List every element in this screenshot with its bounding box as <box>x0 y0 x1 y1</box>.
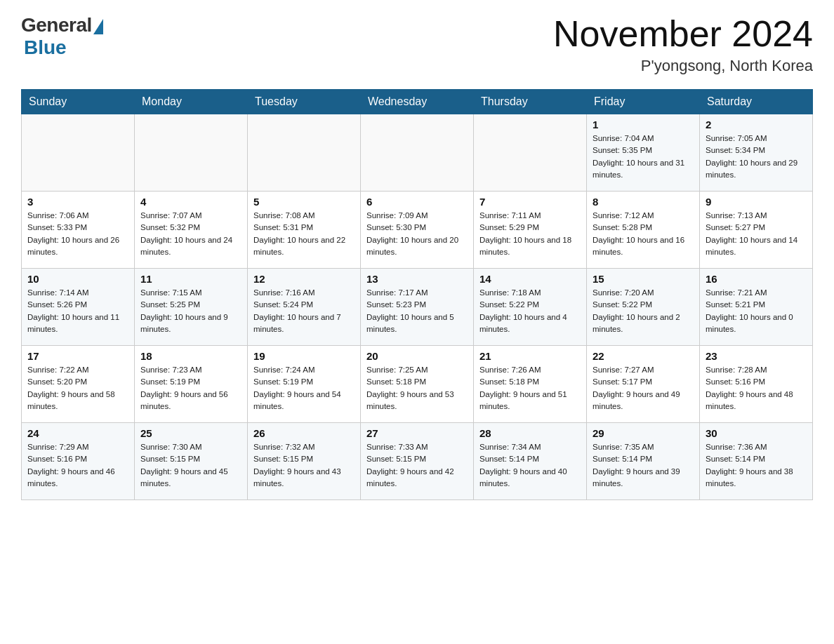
day-info: Sunrise: 7:20 AMSunset: 5:22 PMDaylight:… <box>593 287 694 335</box>
title-area: November 2024 P'yongsong, North Korea <box>553 14 813 75</box>
calendar-cell: 28Sunrise: 7:34 AMSunset: 5:14 PMDayligh… <box>474 423 587 500</box>
day-info: Sunrise: 7:16 AMSunset: 5:24 PMDaylight:… <box>253 287 355 335</box>
weekday-header-sunday: Sunday <box>22 90 135 114</box>
weekday-header-saturday: Saturday <box>700 90 813 114</box>
day-info: Sunrise: 7:08 AMSunset: 5:31 PMDaylight:… <box>253 210 355 258</box>
day-info: Sunrise: 7:22 AMSunset: 5:20 PMDaylight:… <box>27 364 128 412</box>
week-row-3: 10Sunrise: 7:14 AMSunset: 5:26 PMDayligh… <box>22 269 813 346</box>
weekday-header-row: SundayMondayTuesdayWednesdayThursdayFrid… <box>22 90 813 114</box>
calendar-cell: 26Sunrise: 7:32 AMSunset: 5:15 PMDayligh… <box>248 423 361 500</box>
day-info: Sunrise: 7:23 AMSunset: 5:19 PMDaylight:… <box>140 364 241 412</box>
day-number: 5 <box>253 196 355 208</box>
weekday-header-tuesday: Tuesday <box>248 90 361 114</box>
calendar-cell: 9Sunrise: 7:13 AMSunset: 5:27 PMDaylight… <box>700 192 813 269</box>
day-info: Sunrise: 7:09 AMSunset: 5:30 PMDaylight:… <box>366 210 468 258</box>
calendar-cell <box>474 114 587 192</box>
calendar-cell: 23Sunrise: 7:28 AMSunset: 5:16 PMDayligh… <box>700 346 813 423</box>
calendar-cell: 15Sunrise: 7:20 AMSunset: 5:22 PMDayligh… <box>587 269 700 346</box>
day-info: Sunrise: 7:36 AMSunset: 5:14 PMDaylight:… <box>706 441 807 490</box>
day-info: Sunrise: 7:34 AMSunset: 5:14 PMDaylight:… <box>479 441 581 490</box>
day-info: Sunrise: 7:13 AMSunset: 5:27 PMDaylight:… <box>706 210 807 258</box>
day-number: 3 <box>27 196 128 208</box>
day-info: Sunrise: 7:27 AMSunset: 5:17 PMDaylight:… <box>593 364 694 412</box>
day-number: 26 <box>253 427 355 439</box>
logo-blue-text: Blue <box>24 36 67 59</box>
day-info: Sunrise: 7:17 AMSunset: 5:23 PMDaylight:… <box>366 287 468 335</box>
day-number: 4 <box>140 196 241 208</box>
day-info: Sunrise: 7:15 AMSunset: 5:25 PMDaylight:… <box>140 287 241 335</box>
calendar-cell <box>135 114 248 192</box>
calendar-cell: 14Sunrise: 7:18 AMSunset: 5:22 PMDayligh… <box>474 269 587 346</box>
day-info: Sunrise: 7:32 AMSunset: 5:15 PMDaylight:… <box>253 441 355 490</box>
week-row-4: 17Sunrise: 7:22 AMSunset: 5:20 PMDayligh… <box>22 346 813 423</box>
day-number: 22 <box>593 350 694 362</box>
calendar-cell: 12Sunrise: 7:16 AMSunset: 5:24 PMDayligh… <box>248 269 361 346</box>
week-row-5: 24Sunrise: 7:29 AMSunset: 5:16 PMDayligh… <box>22 423 813 500</box>
day-number: 12 <box>253 273 355 285</box>
day-number: 14 <box>479 273 581 285</box>
calendar-cell: 1Sunrise: 7:04 AMSunset: 5:35 PMDaylight… <box>587 114 700 192</box>
calendar-table: SundayMondayTuesdayWednesdayThursdayFrid… <box>21 89 813 500</box>
calendar-cell: 24Sunrise: 7:29 AMSunset: 5:16 PMDayligh… <box>22 423 135 500</box>
day-info: Sunrise: 7:18 AMSunset: 5:22 PMDaylight:… <box>479 287 581 335</box>
day-info: Sunrise: 7:12 AMSunset: 5:28 PMDaylight:… <box>593 210 694 258</box>
day-number: 30 <box>706 427 807 439</box>
calendar-cell: 16Sunrise: 7:21 AMSunset: 5:21 PMDayligh… <box>700 269 813 346</box>
day-info: Sunrise: 7:35 AMSunset: 5:14 PMDaylight:… <box>593 441 694 490</box>
calendar-cell: 27Sunrise: 7:33 AMSunset: 5:15 PMDayligh… <box>361 423 474 500</box>
calendar-cell: 19Sunrise: 7:24 AMSunset: 5:19 PMDayligh… <box>248 346 361 423</box>
day-number: 21 <box>479 350 581 362</box>
day-number: 10 <box>27 273 128 285</box>
day-info: Sunrise: 7:11 AMSunset: 5:29 PMDaylight:… <box>479 210 581 258</box>
day-number: 9 <box>706 196 807 208</box>
day-info: Sunrise: 7:24 AMSunset: 5:19 PMDaylight:… <box>253 364 355 412</box>
day-number: 1 <box>593 119 694 130</box>
calendar-cell: 25Sunrise: 7:30 AMSunset: 5:15 PMDayligh… <box>135 423 248 500</box>
day-info: Sunrise: 7:06 AMSunset: 5:33 PMDaylight:… <box>27 210 128 258</box>
day-info: Sunrise: 7:30 AMSunset: 5:15 PMDaylight:… <box>140 441 241 490</box>
calendar-cell <box>248 114 361 192</box>
day-number: 13 <box>366 273 468 285</box>
day-info: Sunrise: 7:28 AMSunset: 5:16 PMDaylight:… <box>706 364 807 412</box>
day-number: 15 <box>593 273 694 285</box>
day-number: 19 <box>253 350 355 362</box>
day-number: 24 <box>27 427 128 439</box>
calendar-cell: 17Sunrise: 7:22 AMSunset: 5:20 PMDayligh… <box>22 346 135 423</box>
day-number: 27 <box>366 427 468 439</box>
day-info: Sunrise: 7:29 AMSunset: 5:16 PMDaylight:… <box>27 441 128 490</box>
calendar-cell: 10Sunrise: 7:14 AMSunset: 5:26 PMDayligh… <box>22 269 135 346</box>
day-number: 16 <box>706 273 807 285</box>
weekday-header-thursday: Thursday <box>474 90 587 114</box>
day-number: 17 <box>27 350 128 362</box>
day-number: 11 <box>140 273 241 285</box>
calendar-cell: 11Sunrise: 7:15 AMSunset: 5:25 PMDayligh… <box>135 269 248 346</box>
calendar-cell: 4Sunrise: 7:07 AMSunset: 5:32 PMDaylight… <box>135 192 248 269</box>
calendar-cell: 2Sunrise: 7:05 AMSunset: 5:34 PMDaylight… <box>700 114 813 192</box>
day-number: 23 <box>706 350 807 362</box>
calendar-cell: 6Sunrise: 7:09 AMSunset: 5:30 PMDaylight… <box>361 192 474 269</box>
calendar-cell: 8Sunrise: 7:12 AMSunset: 5:28 PMDaylight… <box>587 192 700 269</box>
day-number: 29 <box>593 427 694 439</box>
day-number: 28 <box>479 427 581 439</box>
day-number: 8 <box>593 196 694 208</box>
calendar-cell: 3Sunrise: 7:06 AMSunset: 5:33 PMDaylight… <box>22 192 135 269</box>
day-number: 18 <box>140 350 241 362</box>
day-info: Sunrise: 7:04 AMSunset: 5:35 PMDaylight:… <box>593 133 694 181</box>
calendar-cell: 30Sunrise: 7:36 AMSunset: 5:14 PMDayligh… <box>700 423 813 500</box>
calendar-cell: 20Sunrise: 7:25 AMSunset: 5:18 PMDayligh… <box>361 346 474 423</box>
day-info: Sunrise: 7:26 AMSunset: 5:18 PMDaylight:… <box>479 364 581 412</box>
day-number: 25 <box>140 427 241 439</box>
logo-triangle-icon <box>93 19 103 34</box>
calendar-cell: 7Sunrise: 7:11 AMSunset: 5:29 PMDaylight… <box>474 192 587 269</box>
day-number: 2 <box>706 119 807 130</box>
day-info: Sunrise: 7:25 AMSunset: 5:18 PMDaylight:… <box>366 364 468 412</box>
day-info: Sunrise: 7:05 AMSunset: 5:34 PMDaylight:… <box>706 133 807 181</box>
day-info: Sunrise: 7:21 AMSunset: 5:21 PMDaylight:… <box>706 287 807 335</box>
calendar-cell: 13Sunrise: 7:17 AMSunset: 5:23 PMDayligh… <box>361 269 474 346</box>
week-row-1: 1Sunrise: 7:04 AMSunset: 5:35 PMDaylight… <box>22 114 813 192</box>
weekday-header-wednesday: Wednesday <box>361 90 474 114</box>
week-row-2: 3Sunrise: 7:06 AMSunset: 5:33 PMDaylight… <box>22 192 813 269</box>
weekday-header-monday: Monday <box>135 90 248 114</box>
calendar-cell: 22Sunrise: 7:27 AMSunset: 5:17 PMDayligh… <box>587 346 700 423</box>
logo: General Blue <box>21 14 103 59</box>
